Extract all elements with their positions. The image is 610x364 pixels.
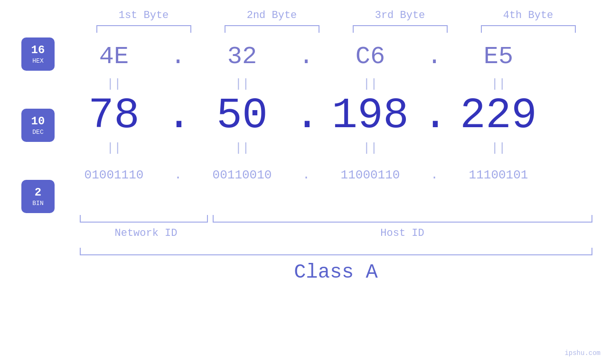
top-brackets	[80, 25, 592, 33]
dec-val-4: 229	[446, 92, 551, 140]
bin-badge: 2 BIN	[21, 180, 55, 213]
hex-dot-1: .	[166, 43, 190, 71]
byte-headers: 1st Byte 2nd Byte 3rd Byte 4th Byte	[80, 9, 592, 21]
eq1-1: ||	[62, 77, 166, 91]
eq2-4: ||	[446, 141, 551, 155]
hex-dot-2: .	[294, 43, 318, 71]
host-id-label: Host ID	[213, 227, 592, 239]
dec-val-2: 50	[190, 92, 294, 140]
bracket-top-4	[481, 25, 576, 33]
bracket-top-1	[96, 25, 191, 33]
bracket-top-2	[225, 25, 319, 33]
equals-row-1: || || || ||	[62, 75, 610, 92]
watermark: ipshu.com	[564, 349, 601, 357]
bin-val-3: 11000110	[318, 168, 422, 182]
eq2-3: ||	[318, 141, 422, 155]
eq2-1: ||	[62, 141, 166, 155]
hex-dot-3: .	[422, 43, 446, 71]
hex-badge: 16 HEX	[21, 37, 55, 71]
dec-badge: 10 DEC	[21, 109, 55, 142]
byte-header-1: 1st Byte	[96, 9, 191, 21]
values-area: 4E . 32 . C6 . E5	[62, 37, 610, 213]
bin-val-4: 11100101	[446, 168, 551, 182]
class-bracket	[80, 248, 592, 255]
class-label: Class A	[294, 261, 377, 284]
content-row: 16 HEX 10 DEC 2 BIN 4E .	[0, 37, 610, 213]
byte-header-3: 3rd Byte	[353, 9, 448, 21]
eq1-3: ||	[318, 77, 422, 91]
dec-val-1: 78	[62, 92, 166, 140]
bin-val-2: 00110010	[190, 168, 294, 182]
byte-header-2: 2nd Byte	[225, 9, 319, 21]
network-id-bracket	[80, 215, 208, 223]
dec-badge-number: 10	[31, 115, 45, 129]
bracket-top-3	[353, 25, 448, 33]
bin-dot-2: .	[294, 168, 318, 182]
dec-row: 78 . 50 . 198 . 229	[62, 92, 610, 140]
eq1-2: ||	[190, 77, 294, 91]
byte-header-4: 4th Byte	[481, 9, 576, 21]
hex-val-1: 4E	[62, 43, 166, 71]
eq2-2: ||	[190, 141, 294, 155]
id-labels-row: Network ID Host ID	[80, 227, 592, 239]
bin-badge-number: 2	[35, 186, 41, 200]
dec-dot-2: .	[294, 92, 318, 140]
hex-row: 4E . 32 . C6 . E5	[62, 37, 610, 75]
network-id-label: Network ID	[80, 227, 213, 239]
dec-dot-3: .	[422, 92, 446, 140]
dec-val-3: 198	[318, 92, 422, 140]
hex-badge-label: HEX	[32, 57, 43, 65]
bin-dot-1: .	[166, 168, 190, 182]
dec-badge-label: DEC	[32, 129, 43, 136]
dec-dot-1: .	[166, 92, 190, 140]
hex-val-4: E5	[446, 43, 551, 71]
bottom-brackets	[80, 215, 592, 223]
bin-dot-3: .	[422, 168, 446, 182]
bin-val-1: 01001110	[62, 168, 166, 182]
class-label-row: Class A	[80, 261, 592, 284]
badges-column: 16 HEX 10 DEC 2 BIN	[0, 37, 62, 213]
main-container: 1st Byte 2nd Byte 3rd Byte 4th Byte 16 H…	[0, 0, 610, 364]
equals-row-2: || || || ||	[62, 140, 610, 156]
bin-row: 01001110 . 00110010 . 11000110 .	[62, 156, 610, 194]
hex-val-2: 32	[190, 43, 294, 71]
hex-val-3: C6	[318, 43, 422, 71]
host-id-bracket	[213, 215, 592, 223]
hex-badge-number: 16	[31, 44, 45, 57]
bin-badge-label: BIN	[32, 200, 43, 207]
eq1-4: ||	[446, 77, 551, 91]
